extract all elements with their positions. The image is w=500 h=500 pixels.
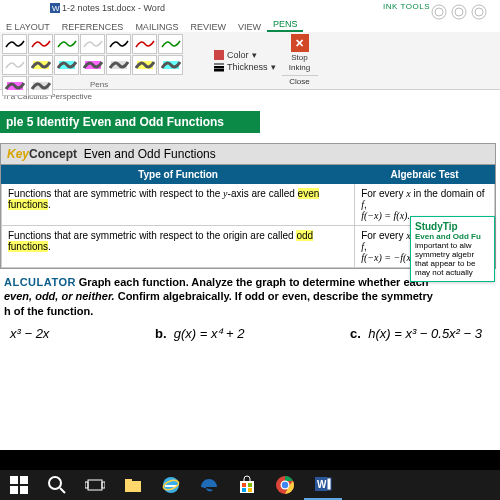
close-icon: ✕ — [291, 34, 309, 52]
problems-row: x³ − 2x b. g(x) = x⁴ + 2 c. h(x) = x³ − … — [0, 324, 500, 343]
start-button[interactable] — [0, 470, 38, 500]
chrome-button[interactable] — [266, 470, 304, 500]
svg-rect-27 — [85, 482, 88, 488]
study-tip-box: StudyTip Even and Odd Fu important to al… — [410, 216, 495, 282]
problem-a: x³ − 2x — [10, 326, 49, 341]
svg-point-2 — [432, 5, 446, 19]
svg-rect-35 — [248, 483, 252, 487]
svg-rect-29 — [125, 481, 141, 492]
ink-tools-label: INK TOOLS — [383, 2, 430, 11]
pen-swatch[interactable] — [54, 34, 79, 54]
pen-swatch[interactable] — [2, 76, 27, 96]
svg-point-24 — [49, 477, 61, 489]
tab-page-layout[interactable]: E LAYOUT — [0, 22, 56, 32]
svg-rect-36 — [242, 488, 246, 492]
pen-swatch[interactable] — [28, 34, 53, 54]
header-fragment: n a Calculus Perspective — [0, 90, 500, 103]
svg-rect-23 — [20, 486, 28, 494]
pen-swatch[interactable] — [80, 55, 105, 75]
svg-line-25 — [60, 488, 65, 493]
svg-rect-37 — [248, 488, 252, 492]
taskview-button[interactable] — [76, 470, 114, 500]
taskbar: W — [0, 470, 500, 500]
title-bar: W 1-2 notes 1st.docx - Word INK TOOLS — [0, 0, 500, 16]
svg-text:W: W — [52, 4, 60, 13]
document-area[interactable]: n a Calculus Perspective ple 5 Identify … — [0, 90, 500, 470]
pen-swatch[interactable] — [80, 34, 105, 54]
pen-swatch[interactable] — [2, 55, 27, 75]
tab-mailings[interactable]: MAILINGS — [129, 22, 184, 32]
edge-button[interactable] — [190, 470, 228, 500]
thickness-icon — [214, 62, 224, 72]
pen-swatch[interactable] — [132, 34, 157, 54]
svg-point-6 — [472, 5, 486, 19]
color-icon — [214, 50, 224, 60]
ribbon: Pens Color▾ Thickness▾ ✕ Stop Inking Clo… — [0, 32, 500, 90]
pen-swatch[interactable] — [28, 76, 53, 96]
color-dropdown[interactable]: Color▾ — [214, 50, 276, 60]
pens-group-label: Pens — [90, 80, 108, 89]
example-header: ple 5 Identify Even and Odd Functions — [0, 111, 260, 133]
col-test: Algebraic Test — [355, 166, 495, 184]
file-explorer-button[interactable] — [114, 470, 152, 500]
tab-review[interactable]: REVIEW — [184, 22, 232, 32]
svg-rect-20 — [10, 476, 18, 484]
word-icon: W — [50, 3, 60, 13]
svg-rect-28 — [102, 482, 105, 488]
col-type: Type of Function — [2, 166, 355, 184]
pen-swatch[interactable] — [54, 55, 79, 75]
pen-swatch[interactable] — [132, 55, 157, 75]
svg-rect-34 — [242, 483, 246, 487]
document-title: 1-2 notes 1st.docx - Word — [62, 3, 165, 13]
pen-swatch[interactable] — [2, 34, 27, 54]
video-control-bar[interactable] — [0, 450, 500, 470]
svg-rect-30 — [125, 479, 132, 482]
problem-b: b. g(x) = x⁴ + 2 — [155, 326, 245, 341]
svg-point-7 — [475, 8, 483, 16]
stop-inking-button[interactable]: ✕ Stop Inking Close — [280, 32, 320, 89]
svg-rect-26 — [88, 480, 102, 490]
svg-text:W: W — [317, 479, 327, 490]
tab-pens[interactable]: PENS — [267, 19, 304, 32]
svg-rect-22 — [10, 486, 18, 494]
svg-rect-43 — [327, 478, 331, 490]
pen-swatch[interactable] — [106, 55, 131, 75]
pen-swatch[interactable] — [106, 34, 131, 54]
store-button[interactable] — [228, 470, 266, 500]
word-button[interactable]: W — [304, 470, 342, 500]
pen-swatch[interactable] — [158, 55, 183, 75]
svg-rect-21 — [20, 476, 28, 484]
search-button[interactable] — [38, 470, 76, 500]
svg-point-4 — [452, 5, 466, 19]
key-concept-header: KeyConcept Even and Odd Functions — [1, 144, 495, 165]
ribbon-tabs: E LAYOUT REFERENCES MAILINGS REVIEW VIEW… — [0, 16, 500, 32]
thickness-dropdown[interactable]: Thickness▾ — [214, 62, 276, 72]
tab-view[interactable]: VIEW — [232, 22, 267, 32]
pen-gallery — [0, 32, 210, 78]
ie-button[interactable] — [152, 470, 190, 500]
pen-swatch[interactable] — [28, 55, 53, 75]
svg-point-3 — [435, 8, 443, 16]
tab-references[interactable]: REFERENCES — [56, 22, 130, 32]
svg-rect-16 — [214, 50, 224, 60]
pen-swatch[interactable] — [158, 34, 183, 54]
svg-point-40 — [282, 482, 288, 488]
problem-c: c. h(x) = x³ − 0.5x² − 3 — [350, 326, 482, 341]
pen-options: Color▾ Thickness▾ — [210, 32, 280, 89]
watermark-decoration — [430, 0, 500, 24]
svg-point-5 — [455, 8, 463, 16]
key-concept-box: KeyConcept Even and Odd Functions Type o… — [0, 143, 496, 269]
